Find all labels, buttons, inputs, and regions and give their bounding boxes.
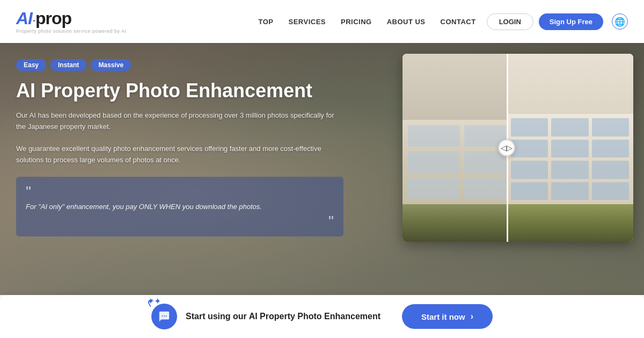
nav-contact[interactable]: CONTACT [441,18,476,26]
hero-desc-2: We guarantee excellent quality photo enh… [16,143,343,166]
after-window [592,161,630,179]
chat-svg [158,311,170,322]
logo-ai: AI [16,9,32,28]
badge-instant: Instant [50,59,86,71]
navbar: AI·prop Property photo solution service … [0,0,644,43]
after-window [511,140,548,158]
chat-bubble-icon [151,304,177,329]
after-ground [507,204,634,242]
logo-dot: · [33,16,35,26]
after-windows-grid [507,114,634,204]
svg-point-1 [164,315,165,317]
svg-point-0 [162,315,163,317]
after-window [592,118,630,136]
start-button-arrow: › [471,312,473,321]
after-facade [507,114,634,204]
after-window [511,161,548,179]
logo-area: AI·prop Property photo solution service … [16,10,127,34]
svg-point-2 [166,315,167,317]
nav-about[interactable]: ABOUT US [387,18,426,26]
after-window [592,182,630,200]
window [408,151,460,173]
badge-row: Easy Instant Massive [16,59,343,71]
after-image [507,54,634,242]
after-window [511,182,548,200]
chat-icon-wrapper: ✦✦ [151,304,177,329]
start-button-label: Start it now [421,312,465,321]
nav-pricing[interactable]: PRICING [341,18,372,26]
quote-open: " [26,184,334,199]
nav-services[interactable]: SERVICES [288,18,326,26]
logo-subtitle: Property photo solution service powered … [16,28,127,34]
after-window [592,140,630,158]
after-window [551,161,589,179]
after-window [551,140,589,158]
login-button[interactable]: LOGIN [487,13,533,30]
hero-section: Easy Instant Massive AI Property Photo E… [0,43,644,295]
quote-close: " [26,214,334,229]
building-after [507,54,634,242]
quote-box: " For "AI only" enhancement, you pay ONL… [16,177,343,237]
window [408,125,460,147]
nav-actions: LOGIN Sign Up Free 🌐 [487,13,628,30]
nav-links: TOP SERVICES PRICING ABOUT US CONTACT [258,18,475,26]
hero-desc-1: Our AI has been developed based on the e… [16,110,343,133]
cta-text: Start using our AI Property Photo Enhanc… [186,312,380,321]
cta-bar: ✦✦ Start using our AI Property Photo Enh… [0,295,644,338]
signup-button[interactable]: Sign Up Free [539,13,603,30]
image-comparison: ◁▷ [402,54,633,242]
hero-title: AI Property Photo Enhancement [16,80,343,102]
logo-prop: prop [35,9,71,28]
quote-text: For "AI only" enhancement, you pay ONLY … [26,202,334,212]
after-window [511,118,548,136]
cta-left: ✦✦ Start using our AI Property Photo Enh… [151,304,380,329]
logo: AI·prop [16,10,127,27]
badge-easy: Easy [16,59,46,71]
globe-icon[interactable]: 🌐 [612,13,628,30]
after-sky [507,54,634,114]
hero-content: Easy Instant Massive AI Property Photo E… [16,59,343,236]
nav-top[interactable]: TOP [258,18,273,26]
badge-massive: Massive [91,59,131,71]
window [408,177,460,199]
comparison-handle[interactable]: ◁▷ [498,139,515,156]
start-button[interactable]: Start it now › [402,304,493,329]
after-window [551,118,589,136]
after-window [551,182,589,200]
